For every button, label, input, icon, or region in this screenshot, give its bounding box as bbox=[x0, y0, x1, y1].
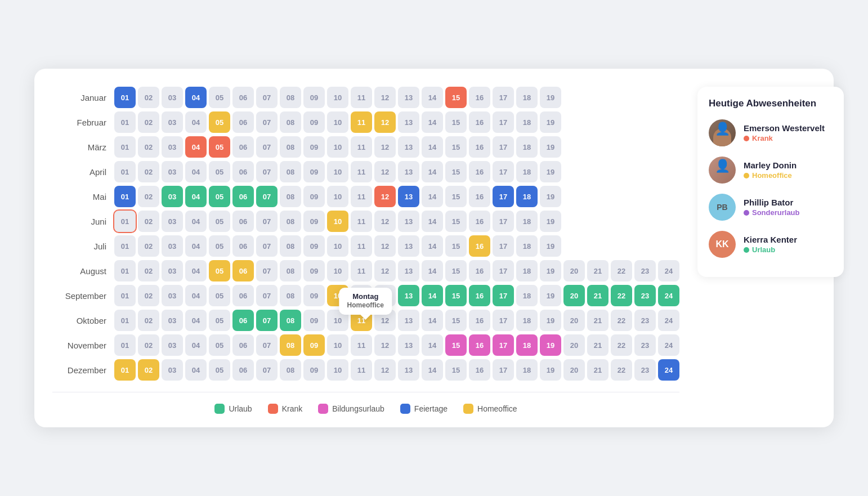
day-cell-juli-02[interactable]: 02 bbox=[138, 235, 159, 257]
day-cell-januar-13[interactable]: 13 bbox=[398, 87, 419, 108]
day-cell-mai-19[interactable]: 19 bbox=[540, 186, 561, 207]
day-cell-mai-18[interactable]: 18 bbox=[516, 186, 538, 207]
day-cell-oktober-11[interactable]: 11MontagHomeoffice bbox=[351, 310, 372, 331]
day-cell-dezember-04[interactable]: 04 bbox=[185, 359, 207, 381]
day-cell-juni-19[interactable]: 19 bbox=[540, 211, 561, 232]
day-cell-dezember-14[interactable]: 14 bbox=[422, 359, 443, 381]
day-cell-august-06[interactable]: 06 bbox=[232, 260, 254, 281]
day-cell-august-15[interactable]: 15 bbox=[445, 260, 467, 281]
day-cell-juni-18[interactable]: 18 bbox=[516, 211, 538, 232]
day-cell-juni-12[interactable]: 12 bbox=[374, 211, 396, 232]
day-cell-november-02[interactable]: 02 bbox=[138, 334, 159, 356]
day-cell-juli-10[interactable]: 10 bbox=[327, 235, 348, 257]
day-cell-august-17[interactable]: 17 bbox=[493, 260, 514, 281]
day-cell-september-18[interactable]: 18 bbox=[516, 285, 538, 306]
day-cell-november-21[interactable]: 21 bbox=[587, 334, 609, 356]
day-cell-november-09[interactable]: 09 bbox=[303, 334, 325, 356]
day-cell-september-12[interactable]: 12 bbox=[374, 285, 396, 306]
day-cell-dezember-15[interactable]: 15 bbox=[445, 359, 467, 381]
day-cell-november-17[interactable]: 17 bbox=[493, 334, 514, 356]
day-cell-mai-06[interactable]: 06 bbox=[232, 186, 254, 207]
day-cell-september-08[interactable]: 08 bbox=[280, 285, 301, 306]
day-cell-april-04[interactable]: 04 bbox=[185, 161, 207, 182]
day-cell-juli-06[interactable]: 06 bbox=[232, 235, 254, 257]
day-cell-dezember-08[interactable]: 08 bbox=[280, 359, 301, 381]
day-cell-mai-04[interactable]: 04 bbox=[185, 186, 207, 207]
day-cell-märz-09[interactable]: 09 bbox=[303, 136, 325, 158]
day-cell-august-19[interactable]: 19 bbox=[540, 260, 561, 281]
day-cell-september-03[interactable]: 03 bbox=[162, 285, 183, 306]
day-cell-august-01[interactable]: 01 bbox=[114, 260, 136, 281]
day-cell-januar-06[interactable]: 06 bbox=[232, 87, 254, 108]
day-cell-april-05[interactable]: 05 bbox=[209, 161, 230, 182]
day-cell-mai-10[interactable]: 10 bbox=[327, 186, 348, 207]
day-cell-januar-04[interactable]: 04 bbox=[185, 87, 207, 108]
day-cell-oktober-10[interactable]: 10 bbox=[327, 310, 348, 331]
day-cell-august-02[interactable]: 02 bbox=[138, 260, 159, 281]
day-cell-februar-08[interactable]: 08 bbox=[280, 111, 301, 133]
day-cell-april-10[interactable]: 10 bbox=[327, 161, 348, 182]
day-cell-september-15[interactable]: 15 bbox=[445, 285, 467, 306]
day-cell-juli-01[interactable]: 01 bbox=[114, 235, 136, 257]
day-cell-dezember-20[interactable]: 20 bbox=[563, 359, 585, 381]
day-cell-september-06[interactable]: 06 bbox=[232, 285, 254, 306]
day-cell-februar-10[interactable]: 10 bbox=[327, 111, 348, 133]
day-cell-april-17[interactable]: 17 bbox=[493, 161, 514, 182]
day-cell-juli-14[interactable]: 14 bbox=[422, 235, 443, 257]
day-cell-juli-19[interactable]: 19 bbox=[540, 235, 561, 257]
day-cell-oktober-12[interactable]: 12 bbox=[374, 310, 396, 331]
day-cell-august-08[interactable]: 08 bbox=[280, 260, 301, 281]
day-cell-juni-10[interactable]: 10 bbox=[327, 211, 348, 232]
day-cell-dezember-21[interactable]: 21 bbox=[587, 359, 609, 381]
day-cell-august-21[interactable]: 21 bbox=[587, 260, 609, 281]
day-cell-september-23[interactable]: 23 bbox=[634, 285, 656, 306]
day-cell-märz-01[interactable]: 01 bbox=[114, 136, 136, 158]
day-cell-märz-04[interactable]: 04 bbox=[185, 136, 207, 158]
day-cell-september-20[interactable]: 20 bbox=[563, 285, 585, 306]
day-cell-februar-14[interactable]: 14 bbox=[422, 111, 443, 133]
day-cell-juli-04[interactable]: 04 bbox=[185, 235, 207, 257]
day-cell-januar-01[interactable]: 01 bbox=[114, 87, 136, 108]
day-cell-dezember-16[interactable]: 16 bbox=[469, 359, 490, 381]
day-cell-september-24[interactable]: 24 bbox=[658, 285, 679, 306]
day-cell-dezember-19[interactable]: 19 bbox=[540, 359, 561, 381]
day-cell-november-13[interactable]: 13 bbox=[398, 334, 419, 356]
day-cell-mai-09[interactable]: 09 bbox=[303, 186, 325, 207]
day-cell-november-05[interactable]: 05 bbox=[209, 334, 230, 356]
day-cell-oktober-14[interactable]: 14 bbox=[422, 310, 443, 331]
day-cell-september-10[interactable]: 10 bbox=[327, 285, 348, 306]
day-cell-september-11[interactable]: 11 bbox=[351, 285, 372, 306]
day-cell-juli-18[interactable]: 18 bbox=[516, 235, 538, 257]
day-cell-september-04[interactable]: 04 bbox=[185, 285, 207, 306]
day-cell-mai-17[interactable]: 17 bbox=[493, 186, 514, 207]
day-cell-oktober-16[interactable]: 16 bbox=[469, 310, 490, 331]
day-cell-september-16[interactable]: 16 bbox=[469, 285, 490, 306]
day-cell-august-13[interactable]: 13 bbox=[398, 260, 419, 281]
day-cell-september-21[interactable]: 21 bbox=[587, 285, 609, 306]
day-cell-mai-01[interactable]: 01 bbox=[114, 186, 136, 207]
day-cell-november-03[interactable]: 03 bbox=[162, 334, 183, 356]
day-cell-august-12[interactable]: 12 bbox=[374, 260, 396, 281]
day-cell-märz-18[interactable]: 18 bbox=[516, 136, 538, 158]
day-cell-januar-07[interactable]: 07 bbox=[256, 87, 278, 108]
day-cell-januar-12[interactable]: 12 bbox=[374, 87, 396, 108]
day-cell-dezember-13[interactable]: 13 bbox=[398, 359, 419, 381]
day-cell-februar-11[interactable]: 11 bbox=[351, 111, 372, 133]
day-cell-november-10[interactable]: 10 bbox=[327, 334, 348, 356]
day-cell-februar-05[interactable]: 05 bbox=[209, 111, 230, 133]
day-cell-mai-12[interactable]: 12 bbox=[374, 186, 396, 207]
day-cell-mai-02[interactable]: 02 bbox=[138, 186, 159, 207]
day-cell-november-24[interactable]: 24 bbox=[658, 334, 679, 356]
day-cell-april-18[interactable]: 18 bbox=[516, 161, 538, 182]
day-cell-januar-15[interactable]: 15 bbox=[445, 87, 467, 108]
day-cell-august-18[interactable]: 18 bbox=[516, 260, 538, 281]
day-cell-januar-10[interactable]: 10 bbox=[327, 87, 348, 108]
day-cell-august-07[interactable]: 07 bbox=[256, 260, 278, 281]
day-cell-dezember-18[interactable]: 18 bbox=[516, 359, 538, 381]
day-cell-juni-04[interactable]: 04 bbox=[185, 211, 207, 232]
day-cell-april-02[interactable]: 02 bbox=[138, 161, 159, 182]
day-cell-november-04[interactable]: 04 bbox=[185, 334, 207, 356]
day-cell-april-16[interactable]: 16 bbox=[469, 161, 490, 182]
day-cell-oktober-04[interactable]: 04 bbox=[185, 310, 207, 331]
day-cell-juni-07[interactable]: 07 bbox=[256, 211, 278, 232]
